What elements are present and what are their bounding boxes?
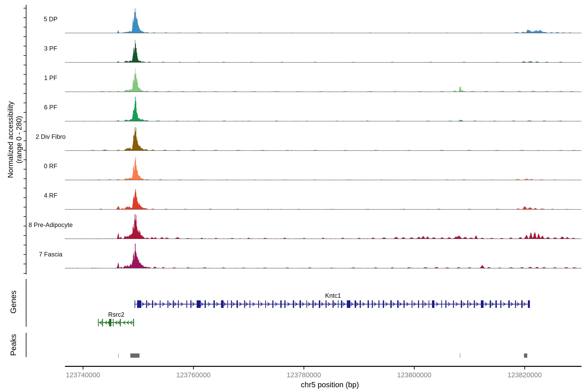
x-axis-tick-label: 123780000	[279, 371, 328, 379]
track-label-2-div-fibro: 2 Div Fibro	[18, 133, 83, 141]
y-axis-tick	[24, 216, 26, 217]
track-label-3-pf: 3 PF	[18, 44, 83, 52]
y-axis-tick	[24, 112, 26, 113]
y-axis-tick	[24, 65, 26, 65]
peak-call-box	[130, 354, 140, 358]
peak-call-box	[118, 354, 119, 358]
peaks-panel-label: Peaks	[8, 312, 18, 378]
y-axis-tick	[24, 8, 26, 8]
coverage-tracks-canvas	[0, 0, 588, 392]
genes-panel-axis	[26, 279, 26, 327]
y-axis-tick	[24, 235, 26, 236]
peak-call-box	[460, 354, 460, 358]
y-axis-tick	[24, 27, 26, 28]
y-axis-tick	[24, 245, 26, 245]
x-axis-tick-label: 123740000	[58, 371, 108, 379]
x-axis-tick-label: 123820000	[500, 371, 549, 379]
genome-browser-figure: Normalized accessibility (range 0 - 280)…	[0, 0, 588, 392]
x-axis-tick	[193, 367, 194, 370]
x-axis-tick	[304, 367, 304, 370]
x-axis-tick-label: 123760000	[169, 371, 218, 379]
peaks-panel-axis	[26, 333, 26, 357]
gene-label-kntc1: Kntc1	[308, 292, 358, 299]
y-axis-tick	[24, 122, 26, 122]
track-label-6-pf: 6 PF	[18, 104, 83, 111]
x-axis-tick-label: 123800000	[390, 371, 439, 379]
y-axis-tick	[24, 273, 26, 274]
y-axis-tick	[24, 178, 26, 179]
y-axis-tick	[24, 264, 26, 264]
y-axis-tick	[24, 84, 26, 84]
y-axis-tick	[24, 55, 26, 56]
peak-call-box	[524, 354, 527, 358]
x-axis-tick	[414, 367, 415, 370]
y-axis-tick	[24, 150, 26, 150]
track-label-5-dp: 5 DP	[18, 15, 83, 23]
y-axis-tick	[24, 131, 26, 132]
track-label-4-rf: 4 RF	[18, 192, 83, 200]
y-axis-tick	[24, 36, 26, 37]
y-axis-tick	[24, 160, 26, 160]
x-axis-tick	[83, 367, 84, 370]
x-axis-title: chr5 position (bp)	[278, 380, 382, 389]
y-axis-tick	[24, 207, 26, 208]
track-label-1-pf: 1 PF	[18, 74, 83, 82]
y-axis-tick	[24, 93, 26, 94]
y-axis-tick	[24, 102, 26, 103]
y-axis-tick	[24, 188, 26, 188]
x-axis-line	[65, 366, 582, 367]
x-axis-tick	[524, 367, 525, 370]
gene-label-rsrc2: Rsrc2	[92, 311, 141, 318]
track-label-7-fascia: 7 Fascia	[18, 250, 83, 258]
y-axis-label-line1: Normalized accessibility	[6, 1, 15, 278]
track-label-0-rf: 0 RF	[18, 162, 83, 170]
track-label-8-pre-adipocyte: 8 Pre-Adipocyte	[18, 221, 83, 229]
